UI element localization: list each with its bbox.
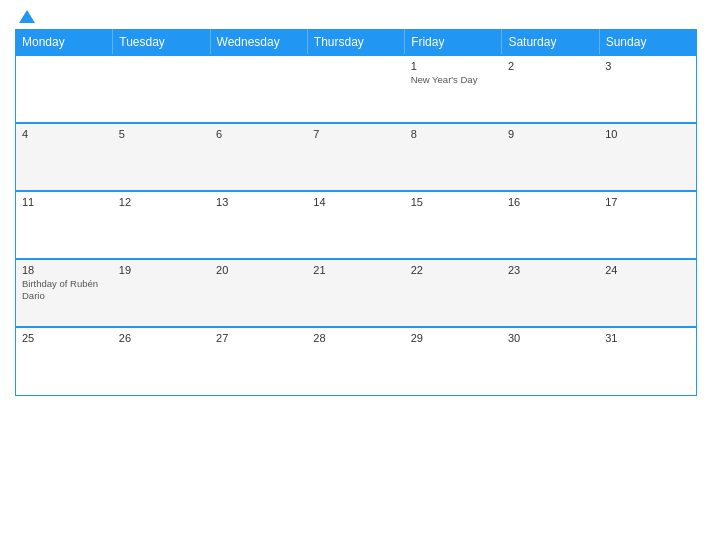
- day-number: 1: [411, 60, 496, 72]
- calendar-cell: [210, 55, 307, 123]
- logo-blue-text: [15, 10, 35, 23]
- calendar-cell: 22: [405, 259, 502, 327]
- day-header-saturday: Saturday: [502, 30, 599, 56]
- day-number: 12: [119, 196, 204, 208]
- day-number: 25: [22, 332, 107, 344]
- day-number: 4: [22, 128, 107, 140]
- calendar-cell: 11: [16, 191, 113, 259]
- day-number: 22: [411, 264, 496, 276]
- day-number: 26: [119, 332, 204, 344]
- calendar-cell: 2: [502, 55, 599, 123]
- day-number: 28: [313, 332, 398, 344]
- day-number: 20: [216, 264, 301, 276]
- day-header-sunday: Sunday: [599, 30, 696, 56]
- calendar-cell: 18Birthday of Rubén Dario: [16, 259, 113, 327]
- calendar-cell: [16, 55, 113, 123]
- day-number: 17: [605, 196, 690, 208]
- week-row-2: 45678910: [16, 123, 697, 191]
- day-number: 30: [508, 332, 593, 344]
- header: [15, 10, 697, 23]
- calendar-cell: 19: [113, 259, 210, 327]
- day-number: 13: [216, 196, 301, 208]
- calendar-cell: [113, 55, 210, 123]
- calendar-cell: 15: [405, 191, 502, 259]
- calendar-table: MondayTuesdayWednesdayThursdayFridaySatu…: [15, 29, 697, 396]
- page: MondayTuesdayWednesdayThursdayFridaySatu…: [0, 0, 712, 550]
- calendar-cell: 9: [502, 123, 599, 191]
- day-number: 3: [605, 60, 690, 72]
- calendar-cell: 25: [16, 327, 113, 395]
- day-number: 9: [508, 128, 593, 140]
- day-number: 16: [508, 196, 593, 208]
- day-number: 24: [605, 264, 690, 276]
- calendar-cell: 30: [502, 327, 599, 395]
- week-row-1: 1New Year's Day23: [16, 55, 697, 123]
- calendar-cell: 6: [210, 123, 307, 191]
- day-number: 14: [313, 196, 398, 208]
- calendar-cell: [307, 55, 404, 123]
- week-row-4: 18Birthday of Rubén Dario192021222324: [16, 259, 697, 327]
- calendar-cell: 5: [113, 123, 210, 191]
- logo-triangle-icon: [19, 10, 35, 23]
- day-number: 21: [313, 264, 398, 276]
- day-number: 10: [605, 128, 690, 140]
- day-header-tuesday: Tuesday: [113, 30, 210, 56]
- day-header-wednesday: Wednesday: [210, 30, 307, 56]
- calendar-cell: 8: [405, 123, 502, 191]
- day-number: 29: [411, 332, 496, 344]
- day-number: 15: [411, 196, 496, 208]
- week-row-3: 11121314151617: [16, 191, 697, 259]
- day-header-monday: Monday: [16, 30, 113, 56]
- calendar-cell: 14: [307, 191, 404, 259]
- calendar-cell: 31: [599, 327, 696, 395]
- calendar-cell: 28: [307, 327, 404, 395]
- calendar-cell: 20: [210, 259, 307, 327]
- day-header-friday: Friday: [405, 30, 502, 56]
- day-number: 2: [508, 60, 593, 72]
- calendar-cell: 21: [307, 259, 404, 327]
- calendar-cell: 7: [307, 123, 404, 191]
- calendar-cell: 4: [16, 123, 113, 191]
- calendar-cell: 17: [599, 191, 696, 259]
- calendar-cell: 29: [405, 327, 502, 395]
- day-header-thursday: Thursday: [307, 30, 404, 56]
- calendar-cell: 23: [502, 259, 599, 327]
- holiday-label: Birthday of Rubén Dario: [22, 278, 107, 303]
- holiday-label: New Year's Day: [411, 74, 496, 86]
- calendar-cell: 13: [210, 191, 307, 259]
- day-number: 18: [22, 264, 107, 276]
- calendar-cell: 26: [113, 327, 210, 395]
- day-number: 23: [508, 264, 593, 276]
- logo: [15, 10, 35, 23]
- calendar-cell: 1New Year's Day: [405, 55, 502, 123]
- day-number: 5: [119, 128, 204, 140]
- week-row-5: 25262728293031: [16, 327, 697, 395]
- calendar-cell: 12: [113, 191, 210, 259]
- calendar-cell: 16: [502, 191, 599, 259]
- day-number: 6: [216, 128, 301, 140]
- day-number: 19: [119, 264, 204, 276]
- calendar-cell: 27: [210, 327, 307, 395]
- calendar-cell: 24: [599, 259, 696, 327]
- calendar-cell: 10: [599, 123, 696, 191]
- day-number: 7: [313, 128, 398, 140]
- day-number: 8: [411, 128, 496, 140]
- calendar-header-row: MondayTuesdayWednesdayThursdayFridaySatu…: [16, 30, 697, 56]
- day-number: 31: [605, 332, 690, 344]
- day-number: 27: [216, 332, 301, 344]
- calendar-cell: 3: [599, 55, 696, 123]
- day-number: 11: [22, 196, 107, 208]
